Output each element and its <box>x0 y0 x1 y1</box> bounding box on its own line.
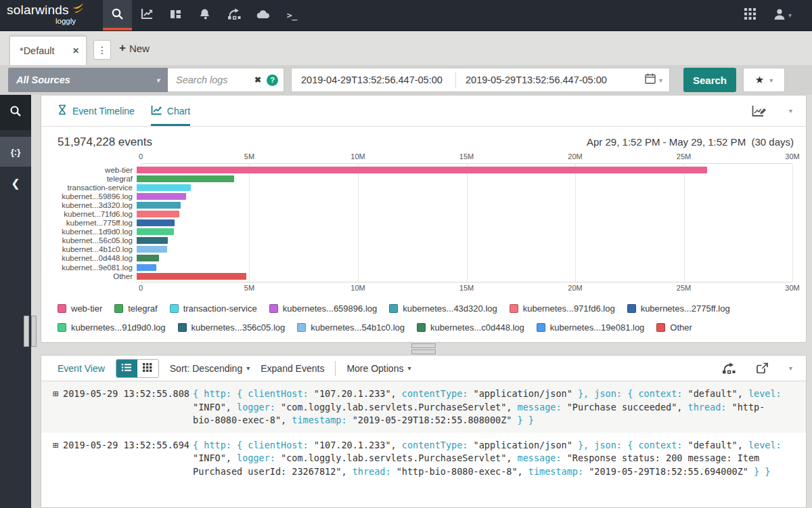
share-icon[interactable] <box>756 362 769 374</box>
legend-item[interactable]: web-tier <box>58 303 102 314</box>
grid-view-button[interactable] <box>137 360 158 377</box>
chart-bar[interactable] <box>137 246 167 253</box>
x-axis-bottom: 05M10M15M20M25M30M <box>141 284 792 293</box>
nav-dashboards[interactable] <box>161 0 190 30</box>
legend-item[interactable]: kubernetes...91d9d0.log <box>58 322 166 333</box>
new-tab-button[interactable]: + New <box>119 31 150 65</box>
chart-row-track <box>137 175 792 182</box>
search-box: ✖ ? <box>168 68 284 92</box>
chevron-down-icon: ▾ <box>788 12 792 19</box>
nav-search[interactable] <box>103 0 132 30</box>
axis-tick-label: 20M <box>568 152 582 161</box>
legend-item[interactable]: Other <box>656 322 692 333</box>
chart-row-label: telegraf <box>58 175 137 183</box>
chart-bar[interactable] <box>137 273 246 280</box>
sidebar-collapse-button[interactable]: ❮ <box>0 170 31 196</box>
date-from-input[interactable] <box>292 75 455 85</box>
clear-icon[interactable]: ✖ <box>254 75 261 85</box>
legend-label: kubernetes...971fd6.log <box>523 303 615 314</box>
json-value: "2019-05-29T18:52:55.808000Z" <box>353 415 518 425</box>
axis-tick-label: 5M <box>244 152 254 161</box>
solarwinds-swoosh-icon <box>71 3 85 17</box>
search-input[interactable] <box>176 75 249 85</box>
legend-item[interactable]: kubernetes...2775ff.log <box>627 303 730 314</box>
chevron-down-icon[interactable]: ▾ <box>789 364 792 372</box>
chart-bar[interactable] <box>137 175 234 182</box>
chart-bar[interactable] <box>137 237 168 244</box>
legend-item[interactable]: kubernetes...971fd6.log <box>510 303 615 314</box>
expand-event-icon[interactable]: ⊞ <box>48 387 63 427</box>
legend-item[interactable]: kubernetes...356c05.log <box>178 322 286 333</box>
edit-chart-icon[interactable] <box>752 105 767 117</box>
sidebar-item-search[interactable] <box>0 95 31 130</box>
apps-grid-icon[interactable] <box>744 8 756 22</box>
source-group-dropdown[interactable]: All Sources ▾ <box>8 68 168 92</box>
chevron-down-icon: ▾ <box>407 364 411 372</box>
tab-options-button[interactable]: ⋮ <box>93 40 111 60</box>
legend-item[interactable]: kubernetes...19e081.log <box>537 322 645 333</box>
event-json: { http: { clientHost: "107.20.1.233", co… <box>193 439 782 479</box>
json-value: "Purchase succeeded", <box>567 402 688 412</box>
chart-bar[interactable] <box>137 184 191 191</box>
sidebar-item-json-fields[interactable]: {:} <box>0 137 31 167</box>
nav-source-setup[interactable] <box>219 0 248 30</box>
nav-charts[interactable] <box>132 0 161 30</box>
list-view-button[interactable] <box>116 360 137 377</box>
more-options-dropdown[interactable]: More Options ▾ <box>346 363 411 374</box>
expand-events-label: Expand Events <box>261 363 324 374</box>
event-view-title[interactable]: Event View <box>58 363 105 374</box>
event-row[interactable]: ⊞2019-05-29 13:52:55.694{ http: { client… <box>41 433 806 484</box>
search-bar: All Sources ▾ ✖ ? ▾ Search ★ ▾ <box>0 65 812 95</box>
chart-bar[interactable] <box>137 264 156 271</box>
nav-right: ▾ <box>744 0 812 30</box>
expand-events-button[interactable]: Expand Events <box>261 363 324 374</box>
chart-bar[interactable] <box>137 193 186 200</box>
event-row[interactable]: ⊞2019-05-29 13:52:55.808{ http: { client… <box>41 381 806 433</box>
chart-row: kubernet...9e081.log <box>58 263 792 272</box>
calendar-icon <box>645 73 656 87</box>
chevron-down-icon: ▾ <box>769 77 773 84</box>
close-icon[interactable]: ✕ <box>72 46 79 56</box>
event-timestamp: 2019-05-29 13:52:55.694 <box>63 439 193 479</box>
legend-item[interactable]: telegraf <box>114 303 157 314</box>
chart-bar[interactable] <box>137 211 179 217</box>
chart-bar[interactable] <box>137 228 174 235</box>
nav-console[interactable]: >_ <box>277 0 307 30</box>
json-value: "2019-05-29T18:52:55.694000Z" <box>589 466 754 477</box>
chart-bar[interactable] <box>137 202 181 209</box>
help-icon[interactable]: ? <box>267 75 278 86</box>
nav-alerts[interactable] <box>190 0 219 30</box>
tab-event-timeline[interactable]: Event Timeline <box>58 96 135 126</box>
chart-bar[interactable] <box>137 167 707 173</box>
legend-item[interactable]: kubernetes...659896.log <box>269 303 378 314</box>
json-value: "http-bio-8080-exec-8", <box>397 466 528 477</box>
chart-bar[interactable] <box>137 219 175 226</box>
json-value: "default", <box>688 440 748 450</box>
vertical-splitter-grip[interactable] <box>24 316 37 347</box>
line-chart-icon <box>151 105 162 117</box>
legend-label: kubernetes...54b1c0.log <box>311 322 405 333</box>
nav-archives[interactable] <box>248 0 277 30</box>
derived-fields-icon[interactable] <box>722 362 736 374</box>
chevron-down-icon[interactable]: ▾ <box>789 107 792 114</box>
json-key: message: <box>518 452 567 463</box>
user-menu[interactable]: ▾ <box>773 8 792 23</box>
calendar-dropdown[interactable]: ▾ <box>645 73 669 87</box>
solarwinds-loggly-logo[interactable]: solarwinds loggly <box>0 0 103 30</box>
legend-item[interactable]: kubernetes...54b1c0.log <box>297 322 405 333</box>
legend-item[interactable]: transaction-service <box>170 303 257 314</box>
event-view-toolbar: Event View Sort: Descending ▾ Expand Eve… <box>41 356 806 381</box>
source-group-label: All Sources <box>16 75 70 85</box>
favorites-button[interactable]: ★ ▾ <box>743 68 785 92</box>
sort-dropdown[interactable]: Sort: Descending ▾ <box>170 363 250 374</box>
legend-item[interactable]: kubernetes...43d320.log <box>389 303 497 314</box>
tab-default[interactable]: *Default ✕ <box>9 36 87 65</box>
chart-bar[interactable] <box>137 255 159 261</box>
legend-item[interactable]: kubernetes...c0d448.log <box>417 322 524 333</box>
date-to-input[interactable] <box>456 75 620 85</box>
tab-chart[interactable]: Chart <box>151 96 190 126</box>
expand-event-icon[interactable]: ⊞ <box>48 439 63 479</box>
search-button[interactable]: Search <box>683 68 736 92</box>
splitter-grip-icon[interactable] <box>411 343 436 354</box>
horizontal-splitter[interactable] <box>41 343 807 355</box>
